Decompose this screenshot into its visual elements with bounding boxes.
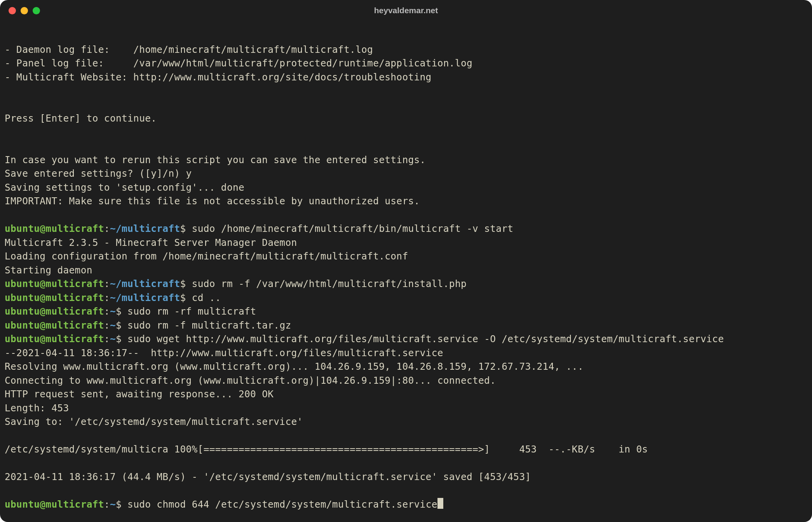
command-text: sudo chmod 644 /etc/systemd/system/multi… (122, 499, 437, 510)
output-line: Resolving www.multicraft.org (www.multic… (5, 361, 584, 372)
command-text: sudo rm -f /var/www/html/multicraft/inst… (186, 278, 467, 289)
output-line: Starting daemon (5, 264, 92, 276)
prompt-user: ubuntu@multicraft (5, 292, 104, 303)
prompt-line: ubuntu@multicraft:~/multicraft$ sudo /ho… (5, 223, 513, 234)
output-line: Saving settings to 'setup.config'... don… (5, 182, 244, 193)
prompt-path: ~/multicraft (110, 278, 180, 289)
close-icon[interactable] (9, 7, 16, 14)
output-line: HTTP request sent, awaiting response... … (5, 388, 274, 400)
output-line: - Daemon log file: /home/minecraft/multi… (5, 44, 373, 55)
command-text: cd .. (186, 292, 221, 303)
prompt-line: ubuntu@multicraft:~$ sudo rm -rf multicr… (5, 306, 256, 317)
titlebar: heyvaldemar.net (0, 0, 812, 21)
prompt-line: ubuntu@multicraft:~$ sudo chmod 644 /etc… (5, 499, 443, 510)
output-line: Connecting to www.multicraft.org (www.mu… (5, 375, 496, 386)
prompt-line: ubuntu@multicraft:~$ sudo wget http://ww… (5, 333, 724, 345)
output-line: Press [Enter] to continue. (5, 113, 157, 124)
prompt-line: ubuntu@multicraft:~/multicraft$ cd .. (5, 292, 221, 303)
output-line: --2021-04-11 18:36:17-- http://www.multi… (5, 347, 443, 358)
output-line: Save entered settings? ([y]/n) y (5, 168, 192, 179)
command-text: sudo rm -rf multicraft (122, 306, 256, 317)
prompt-line: ubuntu@multicraft:~$ sudo rm -f multicra… (5, 320, 291, 331)
output-line: - Panel log file: /var/www/html/multicra… (5, 57, 472, 69)
prompt-path: ~/multicraft (110, 223, 180, 234)
command-text: sudo wget http://www.multicraft.org/file… (122, 333, 724, 345)
zoom-icon[interactable] (33, 7, 40, 14)
prompt-line: ubuntu@multicraft:~/multicraft$ sudo rm … (5, 278, 467, 289)
prompt-path: ~ (110, 333, 116, 345)
prompt-user: ubuntu@multicraft (5, 223, 104, 234)
output-line: IMPORTANT: Make sure this file is not ac… (5, 195, 420, 207)
cursor-icon (437, 498, 443, 509)
output-line: Loading configuration from /home/minecra… (5, 251, 408, 262)
prompt-path: ~ (110, 320, 116, 331)
output-line: 2021-04-11 18:36:17 (44.4 MB/s) - '/etc/… (5, 471, 531, 482)
prompt-path: ~ (110, 306, 116, 317)
prompt-path: ~/multicraft (110, 292, 180, 303)
output-line: Length: 453 (5, 402, 69, 414)
minimize-icon[interactable] (21, 7, 28, 14)
traffic-lights (9, 7, 40, 14)
window-title: heyvaldemar.net (0, 6, 812, 15)
output-line: Saving to: '/etc/systemd/system/multicra… (5, 416, 303, 427)
terminal-window: heyvaldemar.net - Daemon log file: /home… (0, 0, 812, 522)
command-text: sudo /home/minecraft/multicraft/bin/mult… (186, 223, 514, 234)
output-line: - Multicraft Website: http://www.multicr… (5, 71, 432, 83)
prompt-user: ubuntu@multicraft (5, 306, 104, 317)
terminal-body[interactable]: - Daemon log file: /home/minecraft/multi… (0, 21, 812, 522)
progress-line: /etc/systemd/system/multicra 100%[======… (5, 444, 648, 455)
prompt-user: ubuntu@multicraft (5, 333, 104, 345)
output-line: In case you want to rerun this script yo… (5, 154, 426, 165)
prompt-user: ubuntu@multicraft (5, 499, 104, 510)
prompt-user: ubuntu@multicraft (5, 278, 104, 289)
output-line: Multicraft 2.3.5 - Minecraft Server Mana… (5, 237, 297, 248)
prompt-path: ~ (110, 499, 116, 510)
prompt-user: ubuntu@multicraft (5, 320, 104, 331)
command-text: sudo rm -f multicraft.tar.gz (122, 320, 291, 331)
